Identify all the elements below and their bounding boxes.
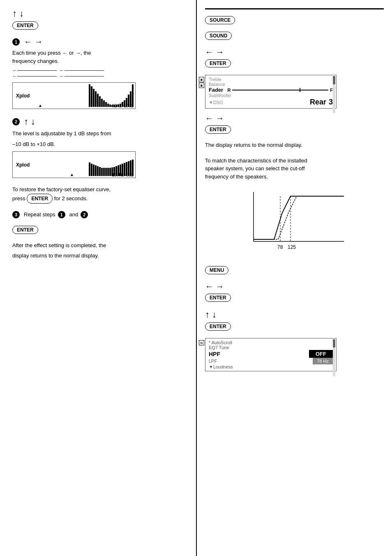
icon-box-2: ▣ <box>199 83 204 88</box>
right-down-arrow-4: ↓ <box>212 309 217 320</box>
step1-right-arrow: → <box>35 37 43 46</box>
freq-arrows: ←———————— ←———————— ←———————— ←———————— <box>12 67 188 79</box>
bar <box>97 94 99 107</box>
bar <box>91 86 92 107</box>
normal-display-text: The display returns to the normal displa… <box>205 141 384 149</box>
bar <box>95 91 97 107</box>
step2-description: The level is adjustable by 1 dB steps fr… <box>12 130 188 138</box>
down-arrow-icon: ↓ <box>19 8 24 19</box>
left-column: ↑ ↓ ENTER 1 ← → Each time you press ← or… <box>0 0 196 556</box>
bar <box>109 104 111 107</box>
step1-description: Each time you press ← or →, thefrequency… <box>12 49 188 65</box>
step2-section: 2 ↑ ↓ The level is adjustable by 1 dB st… <box>12 116 188 178</box>
top-arrows-section: ↑ ↓ <box>12 8 188 19</box>
fader-track <box>232 90 328 90</box>
sound-button[interactable]: SOUND <box>205 32 232 40</box>
bar <box>99 96 101 107</box>
step3-text: Repeat steps <box>24 211 55 218</box>
fader-label: Fader <box>209 87 223 93</box>
eq-diagram-2: Xplod <box>12 151 136 178</box>
xplod-label-2: Xplod <box>16 162 30 168</box>
source-button[interactable]: SOURCE <box>205 16 235 24</box>
right-arrows-4: ↑ ↓ <box>205 309 384 320</box>
hpf-label: HPF <box>209 351 220 357</box>
lpf-label: LPF <box>209 359 217 364</box>
bar <box>89 162 90 176</box>
right-column: SOURCE SOUND ← → ENTER ▣ ▣ Treble Balanc… <box>196 0 392 556</box>
page: ↑ ↓ ENTER 1 ← → Each time you press ← or… <box>0 0 392 556</box>
bar <box>101 168 103 176</box>
hpf-icon: ▤ <box>199 340 204 345</box>
marker-2: ▲ <box>70 172 74 177</box>
right-enter-3: ENTER <box>205 294 384 302</box>
bar <box>105 168 107 176</box>
menu-dso-row: ▼DSO Rear 3 <box>209 98 333 107</box>
right-enter-button-3[interactable]: ENTER <box>205 294 231 302</box>
right-arrows-3: ← → <box>205 282 384 291</box>
bar <box>107 104 109 107</box>
fader-display-box: ▣ ▣ Treble Balance Fader R F SubWoofer <box>205 75 337 109</box>
enter-button-1[interactable]: ENTER <box>12 21 38 30</box>
right-right-arrow-3: → <box>216 282 224 291</box>
eq7tune-label: EQ7 Tune <box>209 345 333 350</box>
bar <box>89 84 90 107</box>
crossover-svg: 78 125 <box>241 188 348 254</box>
scroll-thumb <box>333 76 335 84</box>
step1-left-arrow: ← <box>24 37 32 46</box>
up-arrow-icon: ↑ <box>12 8 17 19</box>
step3-number: 3 <box>12 211 20 218</box>
eq-diagram-1: Xplod <box>12 82 136 109</box>
enter-button-restore[interactable]: ENTER <box>27 194 53 204</box>
right-enter-button-2[interactable]: ENTER <box>205 125 231 134</box>
step1-number: 1 <box>12 38 20 46</box>
freq-value-2: 157Hz+0dB <box>112 173 134 177</box>
right-enter-button-4[interactable]: ENTER <box>205 322 231 331</box>
hpf-display-box: ▤ * AutoScroll EQ7 Tune HPF OFF LPF 78 H… <box>205 338 337 371</box>
menu-subwoofer: SubWoofer <box>209 93 333 98</box>
marker-1: ▲ <box>38 103 42 108</box>
icon-box-1: ▣ <box>199 77 204 82</box>
r-label: R <box>227 88 231 93</box>
step2-header: 2 ↑ ↓ <box>12 116 188 127</box>
step3-and: and <box>69 211 78 218</box>
right-enter-4: ENTER <box>205 322 384 331</box>
right-right-arrow-2: → <box>216 114 224 123</box>
menu-button[interactable]: MENU <box>205 266 228 274</box>
crossover-desc: To match the characteristics of the inst… <box>205 157 384 181</box>
lpf-hz-value: 78 Hz <box>313 358 333 364</box>
right-left-arrow-3: ← <box>205 282 213 291</box>
right-left-arrow-1: ← <box>205 47 213 57</box>
right-arrows-1: ← → <box>205 47 384 57</box>
svg-text:125: 125 <box>288 244 296 250</box>
dso-label: ▼DSO <box>209 100 223 105</box>
bar <box>109 168 111 176</box>
step3-ref2: 2 <box>81 211 88 218</box>
sound-section: SOUND <box>205 32 384 40</box>
hpf-scroll-thumb <box>333 339 335 348</box>
menu-fader-row: Fader R F <box>209 87 333 93</box>
bar <box>107 168 109 176</box>
bar <box>101 99 103 107</box>
rear-display: Rear 3 <box>310 98 333 107</box>
step2-down-arrow: ↓ <box>31 116 35 127</box>
right-up-arrow-4: ↑ <box>205 309 210 320</box>
right-right-arrow-1: → <box>216 47 224 57</box>
fader-slider-area: R F <box>227 88 333 93</box>
freq-arrow-row2: ←———————— ←———————— <box>12 73 188 79</box>
after-text-2: display returns to the normal display. <box>12 252 188 260</box>
bar <box>91 164 92 176</box>
step2-description-2: –10 dB to +10 dB. <box>12 140 188 148</box>
enter-button-2[interactable]: ENTER <box>12 226 38 234</box>
restore-section: To restore the factory-set equaliser cur… <box>12 185 188 204</box>
bar <box>103 100 105 107</box>
loudness-label: ▼Loudness <box>209 364 333 369</box>
right-arrows-2: ← → <box>205 114 384 123</box>
rear-label: Rear <box>310 98 326 107</box>
right-enter-button-1[interactable]: ENTER <box>205 59 231 67</box>
scrollbar[interactable] <box>333 76 335 113</box>
step3-ref1: 1 <box>58 211 65 218</box>
hpf-scrollbar[interactable] <box>333 339 335 376</box>
source-section: SOURCE <box>205 16 384 24</box>
bar <box>95 165 97 176</box>
f-label: F <box>330 88 333 93</box>
